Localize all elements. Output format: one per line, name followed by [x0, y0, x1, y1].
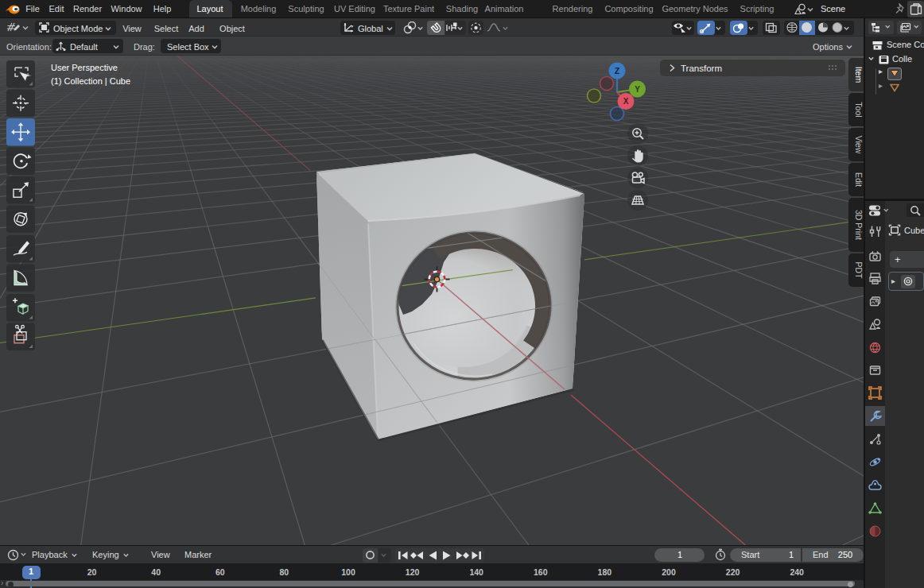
- svg-text:3D Print: 3D Print: [854, 210, 864, 240]
- svg-text:Z: Z: [615, 67, 619, 75]
- svg-text:X: X: [623, 97, 629, 106]
- svg-text:Edit: Edit: [854, 172, 864, 187]
- svg-text:Item: Item: [854, 67, 864, 83]
- svg-text:Tool: Tool: [854, 102, 864, 117]
- svg-text:View: View: [854, 136, 864, 154]
- svg-text:User Perspective: User Perspective: [51, 63, 118, 72]
- svg-text:(1) Collection | Cube: (1) Collection | Cube: [51, 76, 130, 86]
- svg-text:Y: Y: [635, 85, 640, 94]
- svg-text:Transform: Transform: [681, 64, 722, 73]
- svg-text:PDT: PDT: [854, 262, 864, 280]
